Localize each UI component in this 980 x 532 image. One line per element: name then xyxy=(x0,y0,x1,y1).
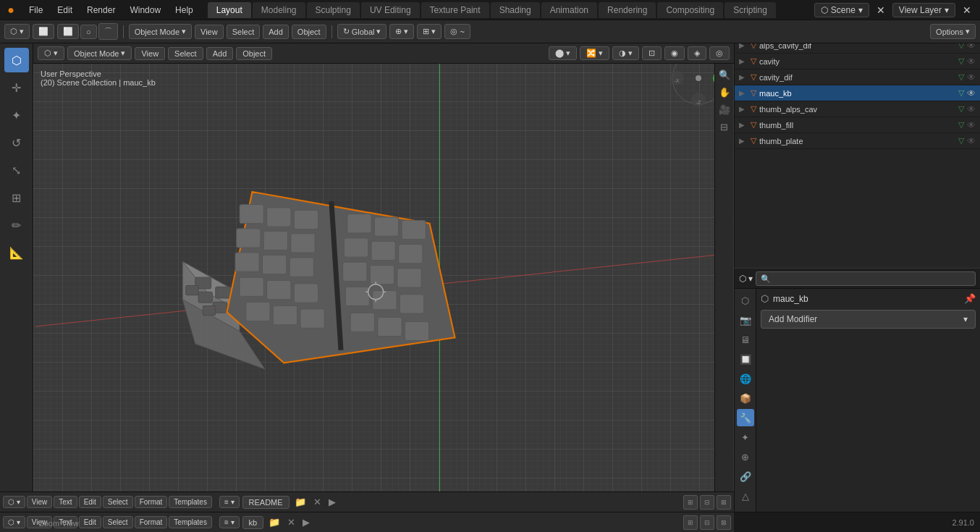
tool-rotate[interactable]: ↺ xyxy=(4,130,29,155)
bottom1-close-file[interactable]: ✕ xyxy=(311,497,324,507)
tab-layout[interactable]: Layout xyxy=(208,2,251,18)
select-mode-circle[interactable]: ○ xyxy=(80,25,97,39)
prop-tab-world[interactable]: 🌐 xyxy=(737,370,754,387)
object-mode-btn[interactable]: Object Mode ▾ xyxy=(67,46,132,60)
bottom2-type-btn[interactable]: ⬡ ▾ xyxy=(3,516,25,528)
tab-modeling[interactable]: Modeling xyxy=(253,2,305,18)
bottom1-view-btn[interactable]: View xyxy=(27,496,53,508)
scene-close-btn[interactable]: ✕ xyxy=(874,4,888,16)
material-btn[interactable]: ◈ xyxy=(688,46,706,60)
prop-tab-constraints[interactable]: 🔗 xyxy=(737,468,754,485)
menu-help[interactable]: Help xyxy=(168,2,200,18)
prop-tab-view-layer[interactable]: 🔲 xyxy=(737,350,754,368)
tab-animation[interactable]: Animation xyxy=(541,2,597,18)
outliner-item-thumb-plate[interactable]: ▶ ▽ thumb_plate ▽ 👁 xyxy=(735,133,980,149)
tool-measure[interactable]: 📐 xyxy=(4,240,29,265)
menu-window[interactable]: Window xyxy=(122,2,168,18)
tool-scale[interactable]: ⤡ xyxy=(4,158,29,182)
bottom1-grid3[interactable]: ⊠ xyxy=(717,495,731,510)
filter-icon[interactable]: ▽ xyxy=(958,136,964,145)
bottom2-open-folder[interactable]: 📁 xyxy=(266,517,282,528)
bottom1-edit-btn[interactable]: Edit xyxy=(79,496,101,508)
bottom1-grid1[interactable]: ⊞ xyxy=(683,495,698,510)
properties-search[interactable] xyxy=(756,271,976,286)
add-dropdown[interactable]: Add xyxy=(263,25,289,39)
select-mode-lasso[interactable]: ⌒ xyxy=(98,23,118,40)
outliner-item-cavity-dif[interactable]: ▶ ▽ cavity_dif ▽ 👁 xyxy=(735,69,980,85)
solid-btn[interactable]: ◉ xyxy=(664,46,685,60)
tool-transform[interactable]: ⊞ xyxy=(4,185,29,210)
vp-view-btn[interactable]: View xyxy=(135,47,165,60)
bottom1-grid2[interactable]: ⊟ xyxy=(700,495,714,510)
bottom1-type-btn[interactable]: ⬡ ▾ xyxy=(3,496,25,508)
bottom2-templates-btn[interactable]: Templates xyxy=(169,516,212,528)
outliner-item-thumb-alps-cav[interactable]: ▶ ▽ thumb_alps_cav ▽ 👁 xyxy=(735,101,980,117)
eye-icon[interactable]: 👁 xyxy=(967,56,976,67)
viewport-overlays-btn[interactable]: ⬤ ▾ xyxy=(549,46,577,60)
outliner-item-cavity[interactable]: ▶ ▽ cavity ▽ 👁 xyxy=(735,54,980,69)
scene-selector[interactable]: ⬡ Scene ▾ xyxy=(814,3,869,17)
bottom1-play-btn[interactable]: ▶ xyxy=(326,497,338,507)
prop-tab-render[interactable]: 📷 xyxy=(737,311,754,329)
transform-orientations[interactable]: ↻ Global ▾ xyxy=(337,24,387,39)
filter-icon[interactable]: ▽ xyxy=(958,120,964,130)
select-mode-box[interactable]: ⬜ xyxy=(57,24,79,39)
bottom2-grid1[interactable]: ⊞ xyxy=(683,515,698,530)
prop-tab-modifier[interactable]: 🔧 xyxy=(737,409,754,426)
prop-tab-scene[interactable]: ⬡ xyxy=(737,292,754,309)
tool-move[interactable]: ✦ xyxy=(4,103,29,127)
vp-add-btn[interactable]: Add xyxy=(206,47,234,60)
object-mode-dropdown[interactable]: Object Mode ▾ xyxy=(129,24,192,39)
view-layer-selector[interactable]: View Layer ▾ xyxy=(892,3,955,17)
filter-icon[interactable]: ▽ xyxy=(958,72,964,82)
menu-render[interactable]: Render xyxy=(80,2,122,18)
prop-tab-output[interactable]: 🖥 xyxy=(737,331,754,348)
bottom1-format-btn[interactable]: Format xyxy=(135,496,168,508)
bottom2-format-btn[interactable]: Format xyxy=(135,516,168,528)
snapping-btn[interactable]: ⊞ ▾ xyxy=(417,24,442,39)
eye-icon[interactable]: 👁 xyxy=(967,120,976,130)
bottom2-select-btn[interactable]: Select xyxy=(103,516,133,528)
properties-type-icon[interactable]: ⬡ ▾ xyxy=(739,274,753,284)
wireframe-btn[interactable]: ⊡ xyxy=(642,46,662,60)
tool-select[interactable]: ⬡ xyxy=(4,48,29,72)
tab-shading[interactable]: Shading xyxy=(491,2,540,18)
bottom1-open-folder[interactable]: 📁 xyxy=(292,497,308,507)
bottom1-editor-type[interactable]: ≡ ▾ xyxy=(219,496,240,508)
viewport-type-btn[interactable]: ⬡ ▾ xyxy=(38,46,64,60)
transform-pivot[interactable]: ⊕ ▾ xyxy=(389,24,414,39)
prop-tab-particles[interactable]: ✦ xyxy=(737,428,754,446)
prop-tab-data[interactable]: △ xyxy=(737,487,754,504)
vp-object-btn[interactable]: Object xyxy=(236,47,272,60)
eye-icon[interactable]: 👁 xyxy=(967,104,976,114)
bottom1-text-btn[interactable]: Text xyxy=(54,496,77,508)
viewport-gizmos-btn[interactable]: 🔀 ▾ xyxy=(580,46,609,60)
bottom2-grid2[interactable]: ⊟ xyxy=(700,515,714,530)
outliner-item-mauc-kb[interactable]: ▶ ▽ mauc_kb ▽ 👁 xyxy=(735,85,980,101)
tab-scripting[interactable]: Scripting xyxy=(725,2,776,18)
tool-cursor[interactable]: ✛ xyxy=(4,75,29,100)
pan-btn[interactable]: ✋ xyxy=(717,84,732,100)
camera-btn[interactable]: ⊟ xyxy=(717,119,732,135)
add-modifier-button[interactable]: Add Modifier ▾ xyxy=(761,310,976,329)
viewport-shading-btn[interactable]: ◑ ▾ xyxy=(612,46,639,60)
object-dropdown[interactable]: Object xyxy=(292,25,326,39)
bottom2-close-file[interactable]: ✕ xyxy=(285,517,297,528)
pin-button[interactable]: 📌 xyxy=(964,293,976,304)
bottom2-grid3[interactable]: ⊠ xyxy=(717,515,731,530)
proportional-editing[interactable]: ◎ ~ xyxy=(444,24,470,39)
eye-icon[interactable]: 👁 xyxy=(967,88,976,98)
prop-tab-physics[interactable]: ⊕ xyxy=(737,448,754,465)
render-btn[interactable]: ◎ xyxy=(709,46,730,60)
filter-icon[interactable]: ▽ xyxy=(958,104,964,114)
view-layer-close-btn[interactable]: ✕ xyxy=(960,4,974,16)
bottom2-play-btn[interactable]: ▶ xyxy=(300,517,312,528)
zoom-in-btn[interactable]: 🔍 xyxy=(717,67,732,83)
bottom2-editor-type[interactable]: ≡ ▾ xyxy=(219,516,240,528)
filter-icon[interactable]: ▽ xyxy=(958,56,964,66)
tab-rendering[interactable]: Rendering xyxy=(599,2,656,18)
tab-texture-paint[interactable]: Texture Paint xyxy=(421,2,489,18)
orbit-btn[interactable]: 🎥 xyxy=(717,101,732,117)
blender-logo-icon[interactable]: ● xyxy=(0,0,22,20)
bottom1-templates-btn[interactable]: Templates xyxy=(169,496,212,508)
